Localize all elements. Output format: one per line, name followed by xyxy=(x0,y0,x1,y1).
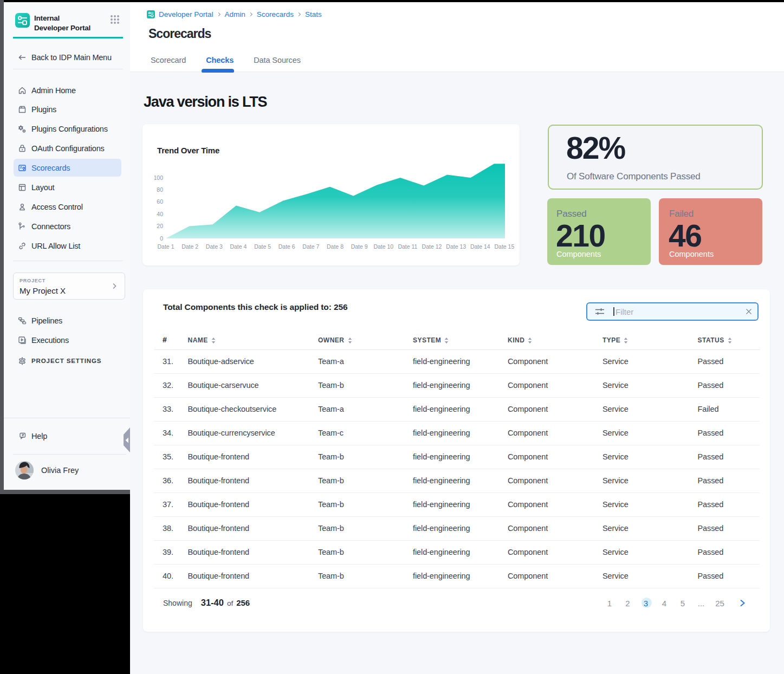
svg-text:80: 80 xyxy=(157,186,163,193)
svg-text:Date 14: Date 14 xyxy=(470,243,490,250)
svg-text:Date 10: Date 10 xyxy=(373,243,393,250)
svg-text:Date 9: Date 9 xyxy=(351,243,368,250)
svg-text:60: 60 xyxy=(157,198,163,205)
svg-text:20: 20 xyxy=(157,223,163,229)
svg-text:100: 100 xyxy=(154,174,163,181)
svg-text:Date 12: Date 12 xyxy=(422,243,442,250)
svg-text:Date 6: Date 6 xyxy=(278,243,295,250)
svg-text:40: 40 xyxy=(157,211,163,217)
svg-text:Date 7: Date 7 xyxy=(302,243,319,250)
svg-text:Date 11: Date 11 xyxy=(398,243,417,250)
svg-text:Date 3: Date 3 xyxy=(206,243,223,250)
svg-text:Date 13: Date 13 xyxy=(446,243,466,250)
svg-text:Date 15: Date 15 xyxy=(495,243,515,250)
svg-text:Date 2: Date 2 xyxy=(182,243,198,250)
svg-text:0: 0 xyxy=(160,235,163,242)
svg-text:Date 1: Date 1 xyxy=(158,243,174,250)
svg-text:Date 5: Date 5 xyxy=(254,243,271,250)
svg-text:Date 8: Date 8 xyxy=(327,243,344,250)
svg-text:Date 4: Date 4 xyxy=(230,243,247,250)
